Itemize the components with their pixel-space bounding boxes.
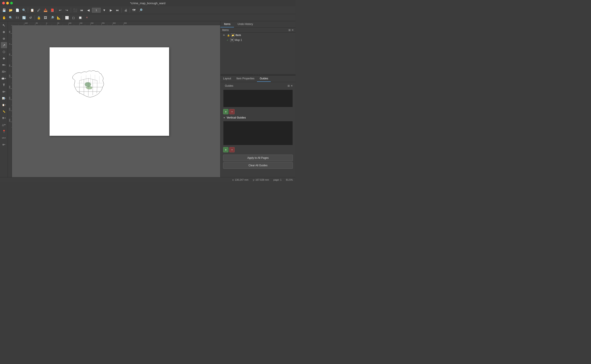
import-button[interactable]: 📥	[42, 7, 48, 13]
add-marker-tool[interactable]: 📍	[1, 128, 7, 135]
zoom100-btn[interactable]: 1:1	[14, 15, 20, 21]
svg-text:-50: -50	[35, 22, 38, 24]
lock-btn[interactable]: 🔒	[36, 15, 42, 21]
browse-button[interactable]: 📋	[29, 7, 35, 13]
item-lock-icon[interactable]: 🔒	[227, 33, 230, 37]
select-features-btn[interactable]: 🔲	[77, 15, 83, 21]
page-input[interactable]: 1	[92, 8, 101, 13]
list-item[interactable]: ✓ 🗺 Map 1	[220, 38, 295, 42]
add-attribute-tool[interactable]: ⊞+	[1, 142, 7, 148]
add-shape-tool[interactable]: △+	[1, 122, 7, 128]
add-text-tool[interactable]: T	[1, 82, 7, 88]
first-page-button[interactable]: ⏮	[79, 7, 85, 13]
tab-items[interactable]: Items	[220, 21, 234, 27]
next-page-button[interactable]: ▶	[108, 7, 114, 13]
atlas-settings-button[interactable]: 🗺	[131, 7, 137, 13]
prev-page-button[interactable]: ◀	[85, 7, 91, 13]
second-toolbar: ✋ 🔍 1:1 🔄 ↺ 🔒 🖼 🔎 📐 ⬜ ◻ 🔲 ✕	[0, 14, 295, 21]
status-x: x: 130.247 mm	[232, 178, 249, 181]
status-zoom: 81.5%	[286, 178, 293, 181]
vertical-guides-header[interactable]: ▼ Vertical Guides	[221, 115, 295, 120]
panel-bottom: Layout Item Properties Guides Guides ⊞ ✕	[220, 75, 295, 177]
list-item[interactable]: 👁 🔒 📁 Item	[220, 33, 295, 38]
add-vertical-guide-button[interactable]: +	[223, 147, 228, 152]
select-region-btn[interactable]: ◻	[70, 15, 77, 21]
add-scale-tool[interactable]: 📏	[1, 108, 7, 115]
canvas-area[interactable]: -100 -50 0 50 100 150 200 250 300 350	[8, 21, 220, 177]
svg-text:220: 220	[9, 108, 11, 111]
ruler-v-svg: -50 0 40 80 120 160 200 220 240	[8, 21, 12, 177]
add-legend-tool[interactable]: 📋+	[1, 102, 7, 108]
add-3d-map-tool[interactable]: 3D+	[1, 69, 7, 75]
save-button[interactable]: 💾	[1, 7, 7, 13]
items-header: Items ⊞ ✕	[220, 28, 295, 33]
items-list: 👁 🔒 📁 Item ✓ 🗺 Map 1	[220, 33, 295, 74]
zoom-in-tool[interactable]: ⊕	[1, 29, 7, 35]
ruler-corner	[8, 21, 12, 25]
page-dropdown[interactable]: ▼	[101, 7, 107, 13]
undo-button[interactable]: ↩	[57, 7, 63, 13]
guides-settings-icon[interactable]: ⊞	[287, 84, 290, 87]
item-check-icon[interactable]: ✓	[226, 38, 229, 42]
close-button[interactable]	[2, 2, 5, 4]
refresh-btn[interactable]: 🔄	[21, 15, 27, 21]
open-button[interactable]: 📂	[7, 7, 14, 13]
remove-vertical-guide-button[interactable]: −	[229, 147, 235, 152]
select-rect-btn[interactable]: ⬜	[64, 15, 70, 21]
add-html-tool[interactable]: </>+	[1, 135, 7, 141]
svg-text:80: 80	[9, 65, 11, 66]
tab-layout[interactable]: Layout	[220, 76, 234, 82]
apply-to-all-pages-button[interactable]: Apply to All Pages	[223, 155, 293, 161]
items-filter-icon[interactable]: ⊞	[288, 28, 291, 32]
print-button[interactable]: 🖨	[123, 7, 129, 13]
redo-button[interactable]: ↪	[64, 7, 70, 13]
svg-line-75	[97, 87, 97, 93]
tab-undo-history[interactable]: Undo History	[234, 21, 256, 27]
horizontal-guides-box	[223, 90, 293, 107]
pointer-tool[interactable]: ↖	[1, 22, 7, 28]
canvas-content[interactable]	[12, 25, 220, 177]
zoom-page-btn[interactable]: 📐	[56, 15, 62, 21]
image-btn[interactable]: 🖼	[42, 15, 48, 21]
svg-text:200: 200	[91, 22, 94, 24]
add-north-arrow-tool[interactable]: ⬆+	[1, 115, 7, 121]
move-content-tool[interactable]: ✥	[1, 55, 7, 61]
zoom-area-btn[interactable]: 🔎	[49, 15, 55, 21]
svg-text:240: 240	[9, 119, 11, 122]
svg-text:350: 350	[124, 22, 127, 24]
tab-item-properties[interactable]: Item Properties	[234, 76, 257, 82]
refresh2-btn[interactable]: ↺	[27, 15, 34, 21]
maximize-button[interactable]	[10, 2, 13, 4]
pan-tool-btn[interactable]: ✋	[1, 15, 7, 21]
add-map-tool[interactable]: 🗺+	[1, 62, 7, 68]
guides-content: Guides ⊞ ✕ + − ▼ Vertical Guides	[220, 82, 295, 177]
titlebar-window-controls[interactable]	[2, 2, 13, 4]
last-page-button[interactable]: ⏭	[114, 7, 121, 13]
atlas-button[interactable]: ⬛	[72, 7, 78, 13]
add-table-tool[interactable]: ⊞+	[1, 88, 7, 95]
remove-horizontal-guide-button[interactable]: −	[229, 109, 235, 114]
select-close-btn[interactable]: ✕	[84, 15, 90, 21]
svg-text:160: 160	[9, 85, 11, 89]
clear-all-guides-button[interactable]: Clear All Guides	[223, 162, 293, 169]
svg-text:200: 200	[9, 97, 11, 100]
minimize-button[interactable]	[6, 2, 9, 4]
new-button[interactable]: 📄	[14, 7, 20, 13]
add-image-tool[interactable]: 🏔+	[1, 75, 7, 81]
node-tool[interactable]: ⬡	[1, 49, 7, 55]
items-close-icon[interactable]: ✕	[292, 28, 294, 32]
zoom-tool-btn[interactable]: 🔍	[7, 15, 14, 21]
export-pdf-button[interactable]: 📕	[49, 7, 55, 13]
map-item-icon: 🗺	[230, 38, 234, 42]
find-button[interactable]: 🔍	[21, 7, 27, 13]
add-chart-tool[interactable]: 📊+	[1, 95, 7, 101]
add-horizontal-guide-button[interactable]: +	[223, 109, 228, 114]
panel-bottom-tabs: Layout Item Properties Guides	[220, 76, 295, 82]
guides-close-icon[interactable]: ✕	[291, 84, 293, 87]
tab-guides[interactable]: Guides	[257, 76, 271, 82]
compose-button[interactable]: 🖊	[36, 7, 42, 13]
item-visibility-icon[interactable]: 👁	[222, 33, 226, 37]
zoom-full-button[interactable]: 🔎	[138, 7, 144, 13]
select-tool[interactable]: ↗	[1, 42, 7, 48]
zoom-out-tool[interactable]: ⊖	[1, 35, 7, 42]
